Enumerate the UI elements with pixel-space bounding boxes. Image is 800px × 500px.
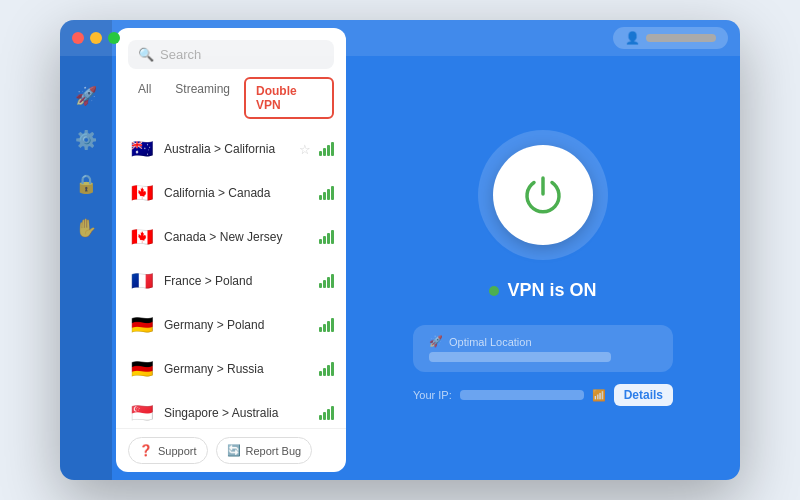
server-list-item[interactable]: 🇩🇪Germany > Poland — [120, 303, 342, 347]
server-name: California > Canada — [164, 186, 311, 200]
power-button[interactable] — [493, 145, 593, 245]
report-bug-label: Report Bug — [246, 445, 302, 457]
user-icon: 👤 — [625, 31, 640, 45]
server-name: Australia > California — [164, 142, 291, 156]
traffic-lights — [72, 32, 120, 44]
server-list-item[interactable]: 🇸🇬Singapore > Australia — [120, 391, 342, 428]
sidebar-item-security[interactable]: 🔒 — [66, 164, 106, 204]
server-flag: 🇨🇦 — [128, 223, 156, 251]
ip-value — [460, 390, 584, 400]
filter-tabs: All Streaming Double VPN — [116, 77, 346, 127]
vpn-status-text: VPN is ON — [507, 280, 596, 301]
server-panel: 🔍 Search All Streaming Double VPN 🇦🇺Aust… — [116, 28, 346, 472]
vpn-main: VPN is ON 🚀 Optimal Location Your IP: 📶 … — [346, 56, 740, 480]
server-list-item[interactable]: 🇦🇺Australia > California☆ — [120, 127, 342, 171]
server-flag: 🇩🇪 — [128, 355, 156, 383]
status-dot — [489, 286, 499, 296]
tab-streaming[interactable]: Streaming — [165, 77, 240, 119]
sidebar-item-settings[interactable]: ⚙️ — [66, 120, 106, 160]
server-flag: 🇦🇺 — [128, 135, 156, 163]
signal-icon — [319, 406, 334, 420]
minimize-button[interactable] — [90, 32, 102, 44]
server-flag: 🇨🇦 — [128, 179, 156, 207]
maximize-button[interactable] — [108, 32, 120, 44]
account-button[interactable]: 👤 — [613, 27, 728, 49]
server-flag: 🇩🇪 — [128, 311, 156, 339]
server-list-item[interactable]: 🇨🇦Canada > New Jersey — [120, 215, 342, 259]
support-button[interactable]: ❓ Support — [128, 437, 208, 464]
vpn-status: VPN is ON — [489, 280, 596, 301]
server-name: Singapore > Australia — [164, 406, 311, 420]
sidebar-item-quick-connect[interactable]: 🚀 — [66, 76, 106, 116]
app-window: 👤 🚀 ⚙️ 🔒 ✋ 🔍 Search All Streaming Double… — [60, 20, 740, 480]
tab-double-vpn[interactable]: Double VPN — [244, 77, 334, 119]
location-card: 🚀 Optimal Location — [413, 325, 673, 372]
power-icon — [520, 172, 566, 218]
report-bug-button[interactable]: 🔄 Report Bug — [216, 437, 313, 464]
server-flag: 🇸🇬 — [128, 399, 156, 427]
server-name: Canada > New Jersey — [164, 230, 311, 244]
server-list-item[interactable]: 🇫🇷France > Poland — [120, 259, 342, 303]
signal-icon — [319, 362, 334, 376]
signal-icon — [319, 142, 334, 156]
support-icon: ❓ — [139, 444, 153, 457]
ip-label: Your IP: — [413, 389, 452, 401]
signal-icon — [319, 318, 334, 332]
tab-all[interactable]: All — [128, 77, 161, 119]
server-list: 🇦🇺Australia > California☆ 🇨🇦California >… — [116, 127, 346, 428]
signal-icon — [319, 230, 334, 244]
signal-icon — [319, 274, 334, 288]
account-name — [646, 34, 716, 42]
location-label: 🚀 Optimal Location — [429, 335, 657, 348]
signal-icon — [319, 186, 334, 200]
panel-footer: ❓ Support 🔄 Report Bug — [116, 428, 346, 472]
bug-icon: 🔄 — [227, 444, 241, 457]
server-name: Germany > Russia — [164, 362, 311, 376]
close-button[interactable] — [72, 32, 84, 44]
server-list-item[interactable]: 🇨🇦California > Canada — [120, 171, 342, 215]
server-flag: 🇫🇷 — [128, 267, 156, 295]
sidebar-item-privacy[interactable]: ✋ — [66, 208, 106, 248]
support-label: Support — [158, 445, 197, 457]
title-bar: 👤 — [60, 20, 740, 56]
ip-signal-icon: 📶 — [592, 389, 606, 402]
server-name: Germany > Poland — [164, 318, 311, 332]
rocket-small-icon: 🚀 — [429, 335, 443, 348]
sidebar: 🚀 ⚙️ 🔒 ✋ — [60, 20, 112, 480]
ip-row: Your IP: 📶 Details — [413, 384, 673, 406]
server-list-item[interactable]: 🇩🇪Germany > Russia — [120, 347, 342, 391]
location-value — [429, 352, 611, 362]
server-name: France > Poland — [164, 274, 311, 288]
details-button[interactable]: Details — [614, 384, 673, 406]
favorite-icon[interactable]: ☆ — [299, 142, 311, 157]
power-button-container — [478, 130, 608, 260]
